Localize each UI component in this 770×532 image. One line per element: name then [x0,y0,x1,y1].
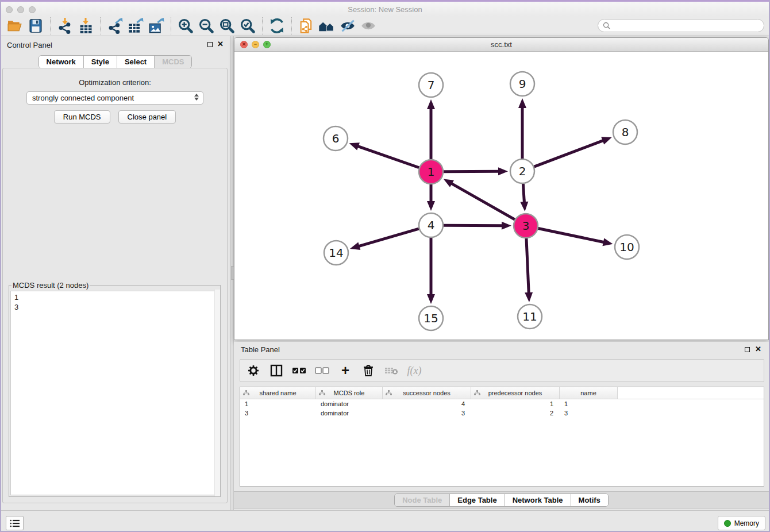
deselect-all-button[interactable] [315,363,330,378]
tab-edge-table[interactable]: Edge Table [449,494,504,506]
float-table-panel-icon[interactable] [745,347,750,352]
graph-edge-2-3[interactable] [523,184,524,203]
close-table-panel-icon[interactable]: ✕ [755,345,761,353]
delete-table-button[interactable] [384,363,399,378]
float-panel-icon[interactable] [207,42,213,47]
tab-network[interactable]: Network [39,56,83,68]
tab-node-table[interactable]: Node Table [395,494,449,506]
cell-name[interactable]: 1 [560,400,618,407]
refresh-button[interactable] [267,17,287,35]
mcds-result-box: MCDS result (2 nodes) 1 3 [9,281,221,497]
column-header-shared-name[interactable]: shared name [240,387,316,399]
cell-successor-nodes[interactable]: 4 [383,400,471,407]
control-panel: Control Panel ✕ Network Style Select MCD… [0,36,230,510]
toolbar-separator [100,17,101,34]
graph-edge-3-1[interactable] [451,183,515,219]
run-mcds-button[interactable]: Run MCDS [54,110,110,124]
graph-node-4[interactable]: 4 [419,213,443,237]
export-table-button[interactable] [125,17,146,35]
graph-node-9[interactable]: 9 [510,72,534,96]
column-namespace-icon [319,390,325,396]
export-network-button[interactable] [105,17,125,35]
open-session-button[interactable] [5,17,25,35]
table-row[interactable]: 3 dominator 3 2 3 [240,408,764,418]
cell-predecessor-nodes[interactable]: 2 [471,410,560,417]
close-panel-button[interactable]: Close panel [118,110,176,124]
function-builder-button[interactable]: f(x) [407,363,422,378]
tab-select[interactable]: Select [117,56,154,68]
export-image-icon [148,18,164,34]
zoom-in-button[interactable] [175,17,196,35]
graph-edge-2-8[interactable] [534,140,605,167]
delete-column-button[interactable] [361,363,376,378]
search-icon [603,22,610,29]
cell-mcds-role[interactable]: dominator [316,410,383,417]
graph-edge-3-10[interactable] [538,229,605,242]
import-table-button[interactable] [75,17,96,35]
graph-edge-3-11[interactable] [526,238,529,294]
tab-mcds[interactable]: MCDS [154,56,191,68]
column-header-predecessor-nodes[interactable]: predecessor nodes [471,387,560,399]
mcds-result-text[interactable]: 1 3 [10,291,219,495]
export-image-button[interactable] [146,17,167,35]
cell-name[interactable]: 3 [560,410,618,417]
mcds-panel: Optimization criterion: strongly connect… [2,68,228,503]
graph-node-7[interactable]: 7 [419,73,443,97]
network-window-titlebar[interactable]: ✕ − + scc.txt [234,38,768,52]
graph-node-11[interactable]: 11 [518,304,542,329]
save-session-button[interactable] [25,17,46,35]
graph-node-10[interactable]: 10 [615,235,639,259]
graph-edge-4-3[interactable] [444,225,503,226]
zoom-fit-button[interactable] [217,17,237,35]
criterion-value: strongly connected component [32,94,134,102]
tab-network-table[interactable]: Network Table [505,494,571,506]
memory-button[interactable]: Memory [718,516,765,530]
import-network-button[interactable] [55,17,75,35]
criterion-select[interactable]: strongly connected component [26,91,203,105]
new-network-from-selection-button[interactable] [296,17,317,35]
zoom-selected-button[interactable] [237,17,258,35]
graph-edge-1-6[interactable] [357,146,419,168]
zoom-out-button[interactable] [196,17,217,35]
graph-node-1[interactable]: 1 [419,160,443,184]
hide-selected-button[interactable] [337,17,358,35]
graph-node-14[interactable]: 14 [324,241,348,265]
graph-node-15[interactable]: 15 [419,306,443,330]
graph-node-8[interactable]: 8 [613,120,637,144]
edge-arrowhead-icon [502,222,511,230]
checked-boxes-icon [292,367,307,375]
search-box[interactable] [598,19,764,32]
tab-motifs[interactable]: Motifs [571,494,608,506]
cell-shared-name[interactable]: 1 [240,400,316,407]
show-column-pane-button[interactable] [269,363,284,378]
list-icon [10,519,20,527]
graph-node-2[interactable]: 2 [510,159,534,183]
column-header-name[interactable]: name [560,387,618,399]
network-canvas[interactable]: 7968124314101511 [234,52,768,340]
node-table[interactable]: shared name MCDS role successor nodes pr… [240,387,764,487]
table-settings-button[interactable] [246,363,261,378]
select-all-button[interactable] [292,363,307,378]
column-header-mcds-role[interactable]: MCDS role [316,387,383,399]
column-header-successor-nodes[interactable]: successor nodes [383,387,471,399]
graph-node-3[interactable]: 3 [514,214,538,238]
cell-mcds-role[interactable]: dominator [316,400,383,407]
show-all-button[interactable] [358,17,379,35]
tab-style[interactable]: Style [83,56,117,68]
cell-successor-nodes[interactable]: 3 [383,410,471,417]
result-scrollbar[interactable] [214,290,220,496]
cell-shared-name[interactable]: 3 [240,410,316,417]
cell-predecessor-nodes[interactable]: 1 [471,400,560,407]
show-task-history-button[interactable] [6,516,24,530]
graph-edge-1-2[interactable] [444,171,500,172]
save-icon [28,18,43,33]
graph-node-6[interactable]: 6 [324,126,348,151]
graph-edge-4-14[interactable] [357,229,418,246]
search-input[interactable] [613,21,764,30]
create-column-button[interactable]: + [338,363,353,378]
close-panel-icon[interactable]: ✕ [217,40,224,48]
eye-slash-icon [339,18,356,33]
table-tabs-bar: Node Table Edge Table Network Table Moti… [234,491,769,509]
table-row[interactable]: 1 dominator 4 1 1 [240,399,764,408]
first-neighbors-button[interactable] [317,17,337,35]
